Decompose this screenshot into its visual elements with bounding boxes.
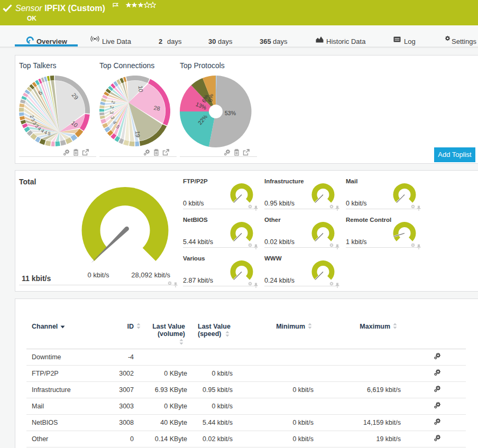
svg-text:3: 3 (109, 111, 114, 114)
svg-text:53%: 53% (225, 110, 236, 116)
svg-text:19: 19 (134, 131, 141, 138)
svg-text:10: 10 (137, 86, 144, 92)
svg-text:6%: 6% (207, 94, 214, 102)
svg-text:28: 28 (153, 105, 161, 112)
